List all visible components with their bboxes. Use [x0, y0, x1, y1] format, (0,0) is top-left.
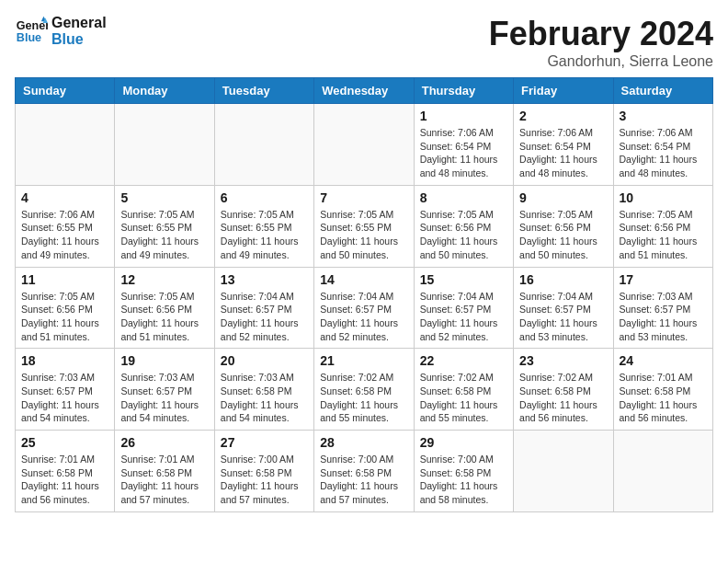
day-info: Sunrise: 7:00 AM Sunset: 6:58 PM Dayligh…: [221, 453, 308, 507]
day-number: 20: [221, 353, 308, 368]
day-info: Sunrise: 7:05 AM Sunset: 6:55 PM Dayligh…: [221, 208, 308, 262]
day-number: 23: [519, 353, 607, 368]
logo: General Blue General Blue: [15, 15, 107, 48]
calendar-cell: 23Sunrise: 7:02 AM Sunset: 6:58 PM Dayli…: [514, 349, 613, 431]
day-info: Sunrise: 7:01 AM Sunset: 6:58 PM Dayligh…: [620, 371, 707, 425]
day-info: Sunrise: 7:05 AM Sunset: 6:55 PM Dayligh…: [120, 208, 208, 262]
calendar-cell: 19Sunrise: 7:03 AM Sunset: 6:57 PM Dayli…: [115, 349, 214, 431]
weekday-header-thursday: Thursday: [414, 78, 513, 104]
day-info: Sunrise: 7:05 AM Sunset: 6:56 PM Dayligh…: [420, 208, 507, 262]
day-number: 12: [120, 272, 208, 287]
calendar-cell: [115, 104, 214, 186]
weekday-header-wednesday: Wednesday: [314, 78, 414, 104]
page-title: February 2024: [489, 15, 713, 53]
calendar-cell: 25Sunrise: 7:01 AM Sunset: 6:58 PM Dayli…: [16, 431, 115, 512]
weekday-header-row: SundayMondayTuesdayWednesdayThursdayFrid…: [16, 78, 713, 104]
day-number: 3: [620, 109, 707, 123]
day-info: Sunrise: 7:00 AM Sunset: 6:58 PM Dayligh…: [320, 453, 407, 507]
weekday-header-saturday: Saturday: [613, 78, 712, 104]
calendar-cell: 20Sunrise: 7:03 AM Sunset: 6:58 PM Dayli…: [214, 349, 313, 431]
day-info: Sunrise: 7:01 AM Sunset: 6:58 PM Dayligh…: [21, 453, 108, 507]
calendar-cell: 29Sunrise: 7:00 AM Sunset: 6:58 PM Dayli…: [414, 431, 513, 512]
calendar-cell: 2Sunrise: 7:06 AM Sunset: 6:54 PM Daylig…: [514, 104, 613, 186]
day-info: Sunrise: 7:03 AM Sunset: 6:57 PM Dayligh…: [620, 290, 707, 344]
day-number: 5: [120, 190, 208, 205]
calendar-cell: 21Sunrise: 7:02 AM Sunset: 6:58 PM Dayli…: [314, 349, 414, 431]
day-number: 2: [519, 109, 607, 123]
day-number: 18: [21, 353, 108, 368]
page-subtitle: Gandorhun, Sierra Leone: [489, 53, 713, 70]
week-row-2: 4Sunrise: 7:06 AM Sunset: 6:55 PM Daylig…: [16, 185, 713, 267]
day-number: 24: [620, 353, 707, 368]
calendar-cell: 5Sunrise: 7:05 AM Sunset: 6:55 PM Daylig…: [115, 185, 214, 267]
day-number: 7: [320, 190, 407, 205]
day-number: 22: [420, 353, 507, 368]
calendar-cell: 22Sunrise: 7:02 AM Sunset: 6:58 PM Dayli…: [414, 349, 513, 431]
logo-general: General: [51, 15, 107, 31]
week-row-3: 11Sunrise: 7:05 AM Sunset: 6:56 PM Dayli…: [16, 267, 713, 349]
day-number: 8: [420, 190, 507, 205]
day-number: 6: [221, 190, 308, 205]
day-info: Sunrise: 7:02 AM Sunset: 6:58 PM Dayligh…: [320, 371, 407, 425]
day-info: Sunrise: 7:00 AM Sunset: 6:58 PM Dayligh…: [420, 453, 507, 507]
day-info: Sunrise: 7:02 AM Sunset: 6:58 PM Dayligh…: [420, 371, 507, 425]
calendar-cell: 10Sunrise: 7:05 AM Sunset: 6:56 PM Dayli…: [613, 185, 712, 267]
logo-icon: General Blue: [15, 15, 48, 48]
calendar-cell: [214, 104, 313, 186]
day-number: 25: [21, 435, 108, 450]
day-info: Sunrise: 7:06 AM Sunset: 6:55 PM Dayligh…: [21, 208, 108, 262]
calendar-cell: 28Sunrise: 7:00 AM Sunset: 6:58 PM Dayli…: [314, 431, 414, 512]
calendar-cell: [16, 104, 115, 186]
week-row-1: 1Sunrise: 7:06 AM Sunset: 6:54 PM Daylig…: [16, 104, 713, 186]
calendar-cell: [613, 431, 712, 512]
week-row-5: 25Sunrise: 7:01 AM Sunset: 6:58 PM Dayli…: [16, 431, 713, 512]
day-info: Sunrise: 7:03 AM Sunset: 6:58 PM Dayligh…: [221, 371, 308, 425]
day-info: Sunrise: 7:06 AM Sunset: 6:54 PM Dayligh…: [620, 126, 707, 180]
svg-text:Blue: Blue: [17, 31, 41, 44]
calendar-cell: 8Sunrise: 7:05 AM Sunset: 6:56 PM Daylig…: [414, 185, 513, 267]
calendar-cell: 27Sunrise: 7:00 AM Sunset: 6:58 PM Dayli…: [214, 431, 313, 512]
day-number: 26: [120, 435, 208, 450]
day-info: Sunrise: 7:05 AM Sunset: 6:56 PM Dayligh…: [21, 290, 108, 344]
day-number: 10: [620, 190, 707, 205]
calendar-cell: 18Sunrise: 7:03 AM Sunset: 6:57 PM Dayli…: [16, 349, 115, 431]
calendar-cell: [314, 104, 414, 186]
weekday-header-friday: Friday: [514, 78, 613, 104]
day-info: Sunrise: 7:04 AM Sunset: 6:57 PM Dayligh…: [420, 290, 507, 344]
weekday-header-monday: Monday: [115, 78, 214, 104]
calendar-cell: 6Sunrise: 7:05 AM Sunset: 6:55 PM Daylig…: [214, 185, 313, 267]
day-info: Sunrise: 7:05 AM Sunset: 6:56 PM Dayligh…: [620, 208, 707, 262]
day-info: Sunrise: 7:05 AM Sunset: 6:56 PM Dayligh…: [120, 290, 208, 344]
calendar-cell: 15Sunrise: 7:04 AM Sunset: 6:57 PM Dayli…: [414, 267, 513, 349]
day-number: 9: [519, 190, 607, 205]
calendar-cell: 11Sunrise: 7:05 AM Sunset: 6:56 PM Dayli…: [16, 267, 115, 349]
logo-blue: Blue: [51, 31, 107, 48]
calendar-cell: 9Sunrise: 7:05 AM Sunset: 6:56 PM Daylig…: [514, 185, 613, 267]
calendar-table: SundayMondayTuesdayWednesdayThursdayFrid…: [15, 77, 713, 512]
calendar-cell: 17Sunrise: 7:03 AM Sunset: 6:57 PM Dayli…: [613, 267, 712, 349]
weekday-header-sunday: Sunday: [16, 78, 115, 104]
calendar-cell: 24Sunrise: 7:01 AM Sunset: 6:58 PM Dayli…: [613, 349, 712, 431]
day-info: Sunrise: 7:03 AM Sunset: 6:57 PM Dayligh…: [21, 371, 108, 425]
calendar-cell: 12Sunrise: 7:05 AM Sunset: 6:56 PM Dayli…: [115, 267, 214, 349]
title-area: February 2024 Gandorhun, Sierra Leone: [489, 15, 713, 70]
day-info: Sunrise: 7:03 AM Sunset: 6:57 PM Dayligh…: [120, 371, 208, 425]
calendar-cell: 13Sunrise: 7:04 AM Sunset: 6:57 PM Dayli…: [214, 267, 313, 349]
calendar-cell: 3Sunrise: 7:06 AM Sunset: 6:54 PM Daylig…: [613, 104, 712, 186]
calendar-cell: 14Sunrise: 7:04 AM Sunset: 6:57 PM Dayli…: [314, 267, 414, 349]
calendar-cell: 4Sunrise: 7:06 AM Sunset: 6:55 PM Daylig…: [16, 185, 115, 267]
day-info: Sunrise: 7:05 AM Sunset: 6:56 PM Dayligh…: [519, 208, 607, 262]
day-number: 17: [620, 272, 707, 287]
day-number: 1: [420, 109, 507, 123]
calendar-cell: [514, 431, 613, 512]
day-number: 28: [320, 435, 407, 450]
day-info: Sunrise: 7:06 AM Sunset: 6:54 PM Dayligh…: [420, 126, 507, 180]
day-number: 13: [221, 272, 308, 287]
day-info: Sunrise: 7:04 AM Sunset: 6:57 PM Dayligh…: [519, 290, 607, 344]
week-row-4: 18Sunrise: 7:03 AM Sunset: 6:57 PM Dayli…: [16, 349, 713, 431]
calendar-cell: 16Sunrise: 7:04 AM Sunset: 6:57 PM Dayli…: [514, 267, 613, 349]
day-number: 21: [320, 353, 407, 368]
day-number: 19: [120, 353, 208, 368]
day-number: 14: [320, 272, 407, 287]
day-number: 4: [21, 190, 108, 205]
